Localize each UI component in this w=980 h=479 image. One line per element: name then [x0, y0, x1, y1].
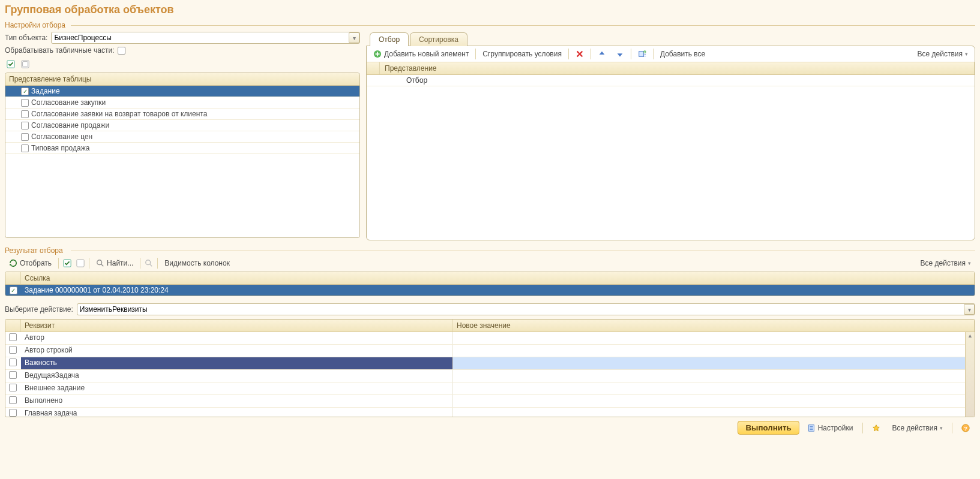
table-item[interactable]: Согласование заявки на возврат товаров о… [5, 109, 359, 120]
execute-button[interactable]: Выполнить [738, 421, 799, 435]
process-tabular-checkbox[interactable] [118, 47, 125, 55]
requisite-value[interactable] [453, 408, 975, 417]
find-button[interactable]: Найти... [92, 257, 137, 269]
requisite-checkbox[interactable] [9, 409, 17, 417]
requisite-name: Выполнено [21, 395, 453, 407]
action-dropdown-button[interactable] [964, 304, 975, 315]
action-select[interactable] [77, 303, 975, 315]
uncheck-all-button[interactable] [19, 58, 31, 70]
check-all-results-button[interactable] [61, 257, 73, 269]
result-row[interactable]: ✓Задание 000000001 от 02.04.2010 23:20:2… [5, 285, 975, 296]
table-view-panel: Представление таблицы ✓ЗаданиеСогласован… [5, 73, 360, 238]
clear-find-button[interactable] [143, 257, 155, 269]
results-all-actions-button[interactable]: Все действия ▾ [916, 257, 975, 269]
add-element-button[interactable]: Добавить новый элемент [369, 48, 473, 60]
uncheck-all-results-button[interactable] [74, 257, 86, 269]
requisite-checkbox[interactable] [9, 346, 17, 354]
help-button[interactable]: ? [957, 422, 974, 434]
object-type-dropdown-button[interactable] [349, 32, 359, 43]
requisite-name: Главная задача [21, 408, 453, 417]
table-item-checkbox[interactable] [21, 122, 29, 129]
table-item-checkbox[interactable]: ✓ [21, 88, 29, 95]
chevron-down-icon: ▾ [940, 425, 943, 431]
favorite-button[interactable] [868, 422, 885, 434]
requisite-checkbox[interactable] [9, 396, 17, 404]
table-item[interactable]: ✓Задание [5, 86, 359, 97]
requisite-row[interactable]: Автор [5, 332, 975, 345]
separator [653, 49, 654, 59]
requisite-checkbox[interactable] [9, 359, 17, 366]
delete-button[interactable] [571, 48, 588, 60]
requisite-value[interactable] [453, 332, 975, 344]
requisite-value[interactable] [453, 357, 975, 369]
requisite-name: Автор строкой [21, 345, 453, 357]
requisite-value[interactable] [453, 370, 975, 382]
find-label: Найти... [107, 259, 133, 267]
add-all-button[interactable]: Добавить все [656, 48, 709, 60]
table-item-label: Согласование цен [31, 132, 92, 141]
table-item-checkbox[interactable] [21, 99, 29, 107]
requisite-row[interactable]: Внешнее задание [5, 382, 975, 395]
all-actions-button[interactable]: Все действия ▾ [913, 48, 972, 60]
add-fields-button[interactable] [634, 48, 651, 60]
results-all-actions-label: Все действия [921, 259, 966, 267]
separator [89, 258, 89, 269]
filter-grid-header: Представление [380, 62, 975, 74]
result-row-checkbox[interactable]: ✓ [10, 287, 17, 294]
requisite-checkbox[interactable] [9, 371, 17, 379]
req-check-header [5, 320, 21, 332]
requisite-name: Автор [21, 332, 453, 344]
table-item-checkbox[interactable] [21, 144, 29, 152]
add-element-label: Добавить новый элемент [384, 50, 469, 58]
table-item-checkbox[interactable] [21, 110, 29, 118]
svg-text:?: ? [964, 424, 967, 431]
separator [157, 258, 158, 269]
tab[interactable]: Сортировка [410, 32, 467, 46]
table-item-label: Согласование заявки на возврат товаров о… [31, 110, 207, 118]
requisite-row[interactable]: ВедущаяЗадача [5, 370, 975, 382]
group-conditions-label: Сгруппировать условия [482, 50, 562, 58]
tab[interactable]: Отбор [370, 32, 409, 46]
requisite-value[interactable] [453, 395, 975, 407]
requisite-value[interactable] [453, 382, 975, 394]
settings-button[interactable]: Настройки [803, 422, 858, 434]
requisite-row[interactable]: Важность [5, 357, 975, 370]
chevron-down-icon: ▾ [965, 51, 968, 57]
move-up-button[interactable] [594, 48, 610, 60]
requisite-row[interactable]: Выполнено [5, 395, 975, 408]
table-item[interactable]: Согласование цен [5, 131, 359, 143]
requisite-checkbox[interactable] [9, 333, 17, 341]
footer-all-actions-button[interactable]: Все действия ▾ [888, 422, 947, 434]
requisite-name: Внешнее задание [21, 382, 453, 394]
table-view-header: Представление таблицы [5, 73, 359, 86]
scrollbar[interactable]: ▲ [965, 332, 975, 417]
select-button[interactable]: Отобрать [5, 257, 56, 269]
chevron-down-icon: ▾ [968, 260, 971, 266]
move-down-button[interactable] [612, 48, 628, 60]
table-item[interactable]: Согласование продажи [5, 120, 359, 131]
requisite-checkbox[interactable] [9, 384, 17, 391]
object-type-label: Тип объекта: [5, 34, 47, 42]
all-actions-label: Все действия [918, 50, 963, 58]
separator [568, 49, 569, 59]
filter-settings-legend: Настройки отбора [5, 21, 975, 29]
column-visibility-label: Видимость колонок [164, 259, 230, 267]
object-type-select[interactable] [51, 32, 360, 44]
requisite-value[interactable] [453, 345, 975, 357]
table-item[interactable]: Согласование закупки [5, 97, 359, 109]
check-all-button[interactable] [5, 58, 17, 70]
svg-rect-4 [639, 52, 644, 57]
requisite-row[interactable]: Автор строкой [5, 345, 975, 357]
separator [475, 49, 476, 59]
results-legend: Результат отбора [5, 246, 975, 255]
table-item[interactable]: Типовая продажа [5, 143, 359, 154]
requisite-name: ВедущаяЗадача [21, 370, 453, 382]
group-conditions-button[interactable]: Сгруппировать условия [478, 48, 566, 60]
table-item-checkbox[interactable] [21, 133, 29, 141]
separator [591, 49, 591, 59]
table-item-label: Согласование закупки [31, 98, 106, 107]
result-row-label: Задание 000000001 от 02.04.2010 23:20:24 [21, 285, 975, 296]
filter-row[interactable]: Отбор [367, 75, 975, 86]
requisite-row[interactable]: Главная задача [5, 408, 975, 417]
column-visibility-button[interactable]: Видимость колонок [160, 257, 234, 269]
